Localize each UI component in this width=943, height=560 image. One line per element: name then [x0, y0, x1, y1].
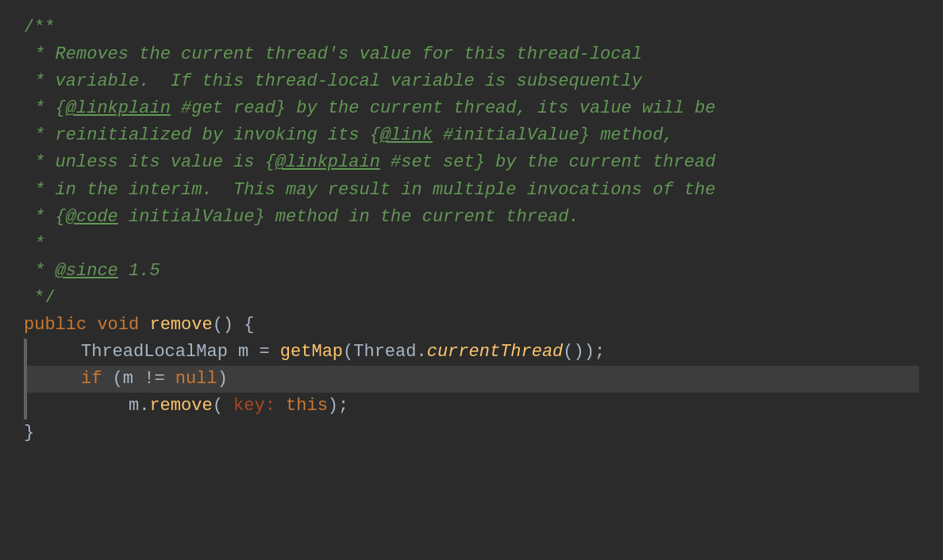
space [87, 312, 97, 339]
paren-remove: ( [213, 393, 233, 420]
brace-close: } [24, 420, 34, 447]
comment-text-5b: #initialValue} method, [433, 122, 674, 149]
comment-text-9: * [24, 231, 44, 258]
comment-text-2: * Removes the current thread's value for… [24, 41, 642, 68]
annotation-linkplain-2: @linkplain [275, 149, 380, 176]
paren-if-close: ) [217, 366, 228, 393]
comment-open: /** [24, 14, 56, 41]
class-threadlocalmap: ThreadLocalMap m = [81, 339, 280, 366]
paren-getmap: (Thread. [343, 339, 427, 366]
code-line-11: */ [24, 285, 919, 312]
code-line-7: * in the interim. This may result in mul… [24, 177, 919, 204]
comment-text-10b: 1.5 [118, 258, 160, 285]
code-editor: /** * Removes the current thread's value… [0, 0, 943, 560]
comment-text-8b: initialValue} method in the current thre… [118, 204, 579, 231]
code-line-12: public void remove() { [24, 312, 919, 339]
indent-bar-1 [24, 339, 27, 366]
method-remove-call: remove [149, 393, 212, 420]
comment-text-8a: * { [24, 204, 66, 231]
comment-text-6b: #set set} by the current thread [380, 149, 715, 176]
comment-text-6a: * unless its value is { [24, 149, 275, 176]
text-m-remove: m. [129, 393, 149, 420]
code-line-15: m.remove( key: this); [24, 393, 919, 420]
paren-remove-close: ); [328, 393, 348, 420]
code-line-16: } [24, 420, 919, 447]
method-remove: remove [149, 312, 212, 339]
comment-text-4b: #get read} by the current thread, its va… [171, 95, 716, 122]
annotation-linkplain-1: @linkplain [66, 95, 171, 122]
indent-bar-3 [24, 393, 27, 420]
code-line-9: * [24, 231, 919, 258]
keyword-this: this [286, 393, 328, 420]
indent-bar-2 [24, 366, 27, 393]
keyword-null: null [175, 366, 217, 393]
code-line-1: /** [24, 14, 919, 41]
space-key [275, 393, 286, 420]
code-line-3: * variable. If this thread-local variabl… [24, 68, 919, 95]
space2 [139, 312, 149, 339]
comment-text-3: * variable. If this thread-local variabl… [24, 68, 642, 95]
keyword-void: void [97, 312, 139, 339]
annotation-code-1: @code [66, 204, 118, 231]
code-line-4: * {@linkplain #get read} by the current … [24, 95, 919, 122]
keyword-public: public [24, 312, 87, 339]
code-line-6: * unless its value is {@linkplain #set s… [24, 149, 919, 176]
comment-text-10a: * [24, 258, 56, 285]
code-line-8: * {@code initialValue} method in the cur… [24, 204, 919, 231]
comment-text-5a: * reinitialized by invoking its { [24, 122, 380, 149]
param-key: key: [233, 393, 275, 420]
keyword-if: if [81, 366, 102, 393]
code-line-2: * Removes the current thread's value for… [24, 41, 919, 68]
annotation-link-1: @link [380, 122, 433, 149]
code-line-13: ThreadLocalMap m = getMap(Thread.current… [24, 339, 919, 366]
code-line-14: if (m != null) [24, 366, 919, 393]
comment-text-7: * in the interim. This may result in mul… [24, 177, 715, 204]
code-line-10: * @since 1.5 [24, 258, 919, 285]
annotation-since: @since [56, 258, 118, 285]
method-currentthread: currentThread [427, 339, 564, 366]
comment-close: */ [24, 285, 56, 312]
method-getmap: getMap [280, 339, 343, 366]
paren-currentthread: ()); [563, 339, 605, 366]
comment-text-4a: * { [24, 95, 66, 122]
paren-open: () { [213, 312, 255, 339]
code-line-5: * reinitialized by invoking its {@link #… [24, 122, 919, 149]
space-if: (m != [102, 366, 175, 393]
